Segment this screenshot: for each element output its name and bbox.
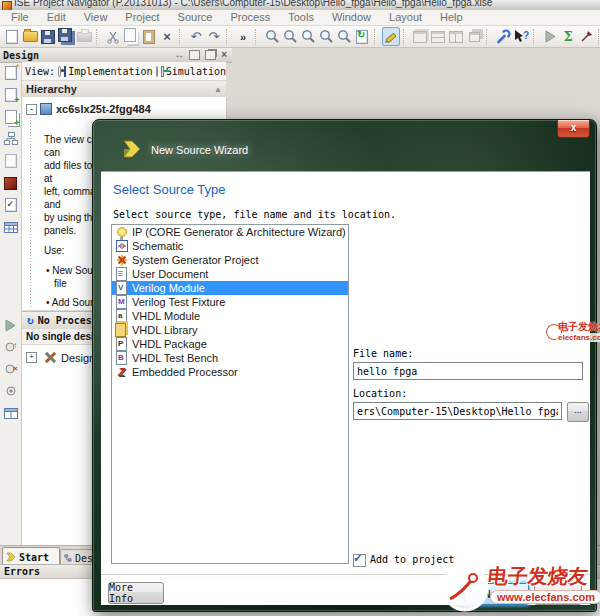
tab-start-label: Start [19, 552, 49, 563]
wizard-chevron-icon [121, 138, 143, 160]
design-panel-title: Design [0, 50, 174, 61]
source-type-user-document[interactable]: User Document [112, 267, 348, 281]
refresh-processes-icon[interactable]: ↻ [27, 314, 34, 327]
source-type-vhdl-module[interactable]: aVHDL Module [112, 309, 348, 323]
cascade-icon[interactable] [411, 28, 429, 46]
implementation-radio[interactable] [58, 66, 61, 77]
menu-edit[interactable]: Edit [38, 10, 75, 25]
zoom-sel-icon[interactable] [335, 28, 353, 46]
menu-project[interactable]: Project [116, 10, 168, 25]
library-icon[interactable] [2, 174, 20, 192]
refresh-icon[interactable]: ↻ [353, 28, 371, 46]
collapse-icon[interactable]: - [26, 104, 37, 115]
save-all-icon[interactable] [57, 28, 75, 46]
menu-tools[interactable]: Tools [279, 10, 323, 25]
dialog-close-button[interactable]: x [557, 120, 590, 138]
source-type-label: IP (CORE Generator & Architecture Wizard… [132, 226, 346, 238]
open-icon[interactable] [21, 28, 39, 46]
vhdl-module-icon: a [115, 310, 128, 323]
help-pointer-icon[interactable]: ? [512, 28, 530, 46]
menu-help[interactable]: Help [431, 10, 472, 25]
source-type-verilog-module[interactable]: VVerilog Module [112, 281, 348, 295]
restore-icon[interactable] [465, 28, 483, 46]
run-process-icon[interactable] [2, 316, 20, 334]
main-toolbar: ×↶↷»↻?Σ [0, 26, 600, 48]
scroll-up-icon[interactable]: ▲ [214, 85, 226, 94]
menu-file[interactable]: File [2, 10, 38, 25]
tree-guide-line [30, 117, 31, 307]
zoom-in-icon[interactable] [263, 28, 281, 46]
implementation-label: Implementation [68, 66, 152, 77]
source-type-vhdl-library[interactable]: VHDL Library [112, 323, 348, 337]
source-type-label: Verilog Test Fixture [132, 296, 225, 308]
zoom-full-icon[interactable] [299, 28, 317, 46]
process-table-icon[interactable] [2, 404, 20, 422]
source-type-embedded-processor[interactable]: ZEmbedded Processor [112, 365, 348, 379]
copy-icon[interactable] [122, 28, 140, 46]
run-icon[interactable] [541, 28, 559, 46]
menu-source[interactable]: Source [169, 10, 222, 25]
undo-icon[interactable]: ↶ [187, 28, 205, 46]
watermark-brand-text: 电子发烧友 [487, 563, 590, 590]
menu-view[interactable]: View [75, 10, 117, 25]
dialog-subtitle: Select source type, file name and its lo… [113, 209, 396, 220]
report-icon[interactable]: ✓ [2, 196, 20, 214]
expand-icon[interactable]: + [26, 352, 37, 363]
more-icon[interactable]: » [234, 28, 252, 46]
new-source-tool-icon[interactable] [382, 28, 400, 46]
snapshot-icon[interactable] [2, 152, 20, 170]
print-icon[interactable] [75, 28, 93, 46]
dock-float-icon[interactable]: ↔ [174, 49, 184, 61]
user-document-icon [115, 268, 128, 281]
new-source-icon[interactable]: * [2, 64, 20, 82]
source-type-vhdl-test-bench[interactable]: BVHDL Test Bench [112, 351, 348, 365]
table-view-icon[interactable] [2, 218, 20, 236]
tile-v-icon[interactable] [447, 28, 465, 46]
restore-panel-icon[interactable] [205, 50, 216, 60]
location-label: Location: [353, 388, 407, 399]
menu-window[interactable]: Window [323, 10, 380, 25]
file-name-input[interactable] [353, 362, 583, 380]
redo-icon[interactable]: ↷ [205, 28, 223, 46]
tile-h-icon[interactable] [429, 28, 447, 46]
maximize-panel-icon[interactable] [189, 50, 200, 60]
location-input[interactable] [353, 402, 562, 420]
process-up-icon[interactable]: ↑ [2, 338, 20, 356]
source-type-vhdl-package[interactable]: PVHDL Package [112, 337, 348, 351]
source-type-label: User Document [132, 268, 208, 280]
zoom-out-icon[interactable] [281, 28, 299, 46]
toolbar-separator [255, 29, 260, 45]
more-info-button[interactable]: More Info [108, 582, 164, 604]
source-type-verilog-test-fixture[interactable]: MVerilog Test Fixture [112, 295, 348, 309]
source-type-label: VHDL Module [132, 310, 200, 322]
paste-icon[interactable] [140, 28, 158, 46]
sum-icon[interactable]: Σ [559, 28, 577, 46]
dialog-body: Select Source Type Select source type, f… [101, 171, 590, 605]
sidebar-toolbar-top: *++✓ [0, 48, 22, 310]
delete-icon[interactable]: × [158, 28, 176, 46]
zoom-area-icon[interactable] [317, 28, 335, 46]
source-type-ip-core-generator-architecture-wizard[interactable]: IP (CORE Generator & Architecture Wizard… [112, 225, 348, 239]
browse-button[interactable]: ... [567, 402, 589, 422]
source-type-schematic[interactable]: Schematic [112, 239, 348, 253]
menu-process[interactable]: Process [221, 10, 279, 25]
new-icon[interactable] [3, 28, 21, 46]
design-tab-icon [64, 553, 72, 563]
save-icon[interactable] [39, 28, 57, 46]
svg-text:×: × [13, 364, 18, 373]
cut-icon[interactable] [104, 28, 122, 46]
close-panel-icon[interactable]: × [221, 49, 227, 61]
process-gear-icon[interactable] [2, 382, 20, 400]
source-type-system-generator-project[interactable]: System Generator Project [112, 253, 348, 267]
hierarchy-icon[interactable] [2, 130, 20, 148]
device-tree-item[interactable]: - xc6slx25t-2fgg484 [26, 103, 151, 115]
menu-layout[interactable]: Layout [380, 10, 431, 25]
wrench-icon[interactable] [494, 28, 512, 46]
add-to-project-checkbox[interactable]: ✓ [353, 554, 366, 567]
add-copy-source-icon[interactable]: + [2, 108, 20, 126]
simulation-radio[interactable] [156, 66, 159, 77]
add-source-icon[interactable]: + [2, 86, 20, 104]
new-source-wizard-dialog: New Source Wizard x Select Source Type S… [92, 119, 597, 612]
process-stop-icon[interactable]: × [2, 360, 20, 378]
probe-icon[interactable] [577, 28, 595, 46]
